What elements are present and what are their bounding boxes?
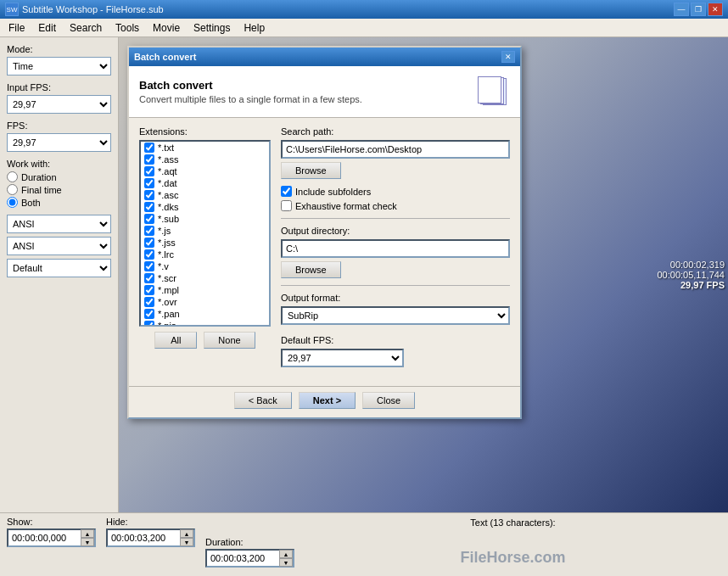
ext-txt-checkbox[interactable] [144,143,154,153]
status-bar: Show: ▲ ▼ Hide: ▲ ▼ Duration: ▲ ▼ [0,512,728,576]
include-subfolders-checkbox[interactable] [281,186,292,197]
dialog-title-bar: Batch convert ✕ [129,48,520,66]
duration-label: Duration: [205,537,294,547]
ext-ass[interactable]: *.ass [141,154,269,165]
radio-duration[interactable] [7,171,18,182]
back-button[interactable]: < Back [234,392,292,409]
ext-ass-checkbox[interactable] [144,154,154,165]
hide-group: Hide: ▲ ▼ [106,517,195,547]
ext-ovr[interactable]: *.ovr [141,296,269,308]
text-section: Text (13 characters): FileHorse.com [305,517,721,567]
menu-file[interactable]: File [2,20,31,36]
show-spin-up[interactable]: ▲ [81,529,94,538]
ext-lrc-checkbox[interactable] [144,249,154,260]
hide-spin-down[interactable]: ▼ [180,538,193,546]
ext-ovr-checkbox[interactable] [144,297,154,307]
ext-mpl-checkbox[interactable] [144,285,154,295]
fps-label: FPS: [7,120,111,131]
close-window-button[interactable]: ✕ [708,3,723,16]
menu-settings[interactable]: Settings [187,20,237,36]
menu-tools[interactable]: Tools [109,20,146,36]
ext-pan-checkbox[interactable] [144,309,154,319]
hide-spin-up[interactable]: ▲ [180,529,193,538]
ext-sub-checkbox[interactable] [144,214,154,224]
duration-input[interactable] [207,550,279,567]
restore-button[interactable]: ❐ [691,3,706,16]
dialog-close-btn[interactable]: ✕ [501,51,515,63]
exhaustive-format-label[interactable]: Exhaustive format check [295,201,397,211]
ansi2-select[interactable]: ANSI [7,237,111,255]
show-input[interactable] [8,529,81,546]
ext-asc[interactable]: *.asc [141,189,269,201]
ext-scr[interactable]: *.scr [141,272,269,284]
divider [281,218,510,219]
include-subfolders-label[interactable]: Include subfolders [295,187,371,197]
ext-jss[interactable]: *.jss [141,237,269,249]
menu-help[interactable]: Help [237,20,272,36]
browse1-button[interactable]: Browse [281,162,341,179]
default-fps-section: Default FPS: 23,976 25,00 29,97 30,00 [281,335,510,367]
ext-mpl[interactable]: *.mpl [141,284,269,296]
ext-dat[interactable]: *.dat [141,177,269,189]
ext-dks[interactable]: *.dks [141,201,269,213]
ext-dks-checkbox[interactable] [144,202,154,212]
duration-spin-up[interactable]: ▲ [279,550,293,558]
ext-js[interactable]: *.js [141,225,269,237]
ext-aqt-checkbox[interactable] [144,166,154,176]
menu-search[interactable]: Search [63,20,109,36]
input-fps-select[interactable]: 29,97 [7,95,111,114]
browse2-button[interactable]: Browse [281,261,341,278]
all-button[interactable]: All [154,332,197,349]
title-bar-left: SW Subtitle Workshop - FileHorse.sub [5,3,164,16]
ext-aqt[interactable]: *.aqt [141,165,269,177]
ext-asc-checkbox[interactable] [144,190,154,200]
ext-js-checkbox[interactable] [144,226,154,236]
ext-ass-label: *.ass [158,154,178,165]
output-dir-label: Output directory: [281,226,510,236]
radio-both[interactable] [7,197,18,208]
menu-movie[interactable]: Movie [146,20,187,36]
radio-finaltime-label[interactable]: Final time [21,185,62,195]
show-spin-down[interactable]: ▼ [81,538,94,546]
ext-dks-label: *.dks [158,202,178,212]
dialog-header: Batch convert Convert multiple files to … [129,66,520,118]
ext-pjs[interactable]: *.pjs [141,320,269,327]
right-column: Search path: C:\Users\FileHorse.com\Desk… [281,126,510,374]
fps-select[interactable]: 29,97 [7,133,111,152]
ext-jss-checkbox[interactable] [144,238,154,248]
output-dir-input[interactable] [281,239,510,258]
include-subfolders-row: Include subfolders [281,186,510,197]
extensions-list[interactable]: *.txt *.ass *.aqt [139,140,271,327]
radio-finaltime[interactable] [7,184,18,195]
search-path-input[interactable]: C:\Users\FileHorse.com\Desktop [281,140,510,159]
ext-v[interactable]: *.v [141,260,269,272]
right-fps-label: FPS [707,280,725,290]
ansi1-select[interactable]: ANSI [7,215,111,233]
hide-input[interactable] [108,529,180,546]
radio-duration-label[interactable]: Duration [21,172,57,182]
ext-dat-checkbox[interactable] [144,178,154,188]
batch-convert-dialog: Batch convert ✕ Batch convert Convert mu… [127,46,522,419]
dialog-close-button[interactable]: Close [362,392,415,409]
mode-select[interactable]: Time Frames [7,57,111,75]
minimize-button[interactable]: — [674,3,689,16]
default-fps-select[interactable]: 23,976 25,00 29,97 30,00 [281,349,404,367]
ext-lrc[interactable]: *.lrc [141,249,269,260]
ext-v-label: *.v [158,261,169,271]
ext-pan[interactable]: *.pan [141,308,269,320]
ext-pjs-label: *.pjs [158,321,176,327]
output-format-select[interactable]: SubRip MicroDVD SubViewer WebVTT [281,306,510,325]
dialog-title: Batch convert [134,52,196,62]
ext-pjs-checkbox[interactable] [144,321,154,327]
exhaustive-format-checkbox[interactable] [281,200,292,211]
none-button[interactable]: None [204,332,255,349]
ext-v-checkbox[interactable] [144,261,154,271]
default-select[interactable]: Default [7,259,111,277]
ext-txt[interactable]: *.txt [141,142,269,154]
ext-sub[interactable]: *.sub [141,213,269,225]
ext-scr-checkbox[interactable] [144,273,154,283]
next-button[interactable]: Next > [299,392,356,409]
radio-both-label[interactable]: Both [21,198,41,208]
menu-edit[interactable]: Edit [31,20,63,36]
duration-spin-down[interactable]: ▼ [279,558,293,567]
